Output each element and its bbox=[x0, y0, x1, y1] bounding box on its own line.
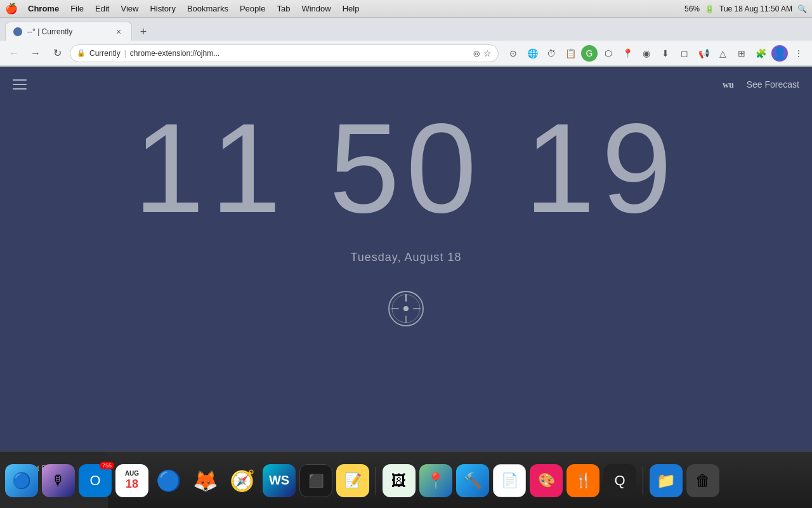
dock-area: ▼ Smart Folders ✉ 📅 👤 🔵 🎙 O 755 AUG18 🔵 bbox=[0, 451, 812, 508]
dock-finder[interactable]: 🔵 bbox=[5, 464, 38, 497]
dock-fork[interactable]: 🍴 bbox=[566, 464, 599, 497]
tab-title: --° | Currently bbox=[27, 27, 108, 36]
menubar-history[interactable]: History bbox=[145, 3, 180, 15]
chrome-menu-button[interactable]: ⋮ bbox=[790, 45, 807, 62]
profile-avatar[interactable]: 👤 bbox=[771, 45, 788, 62]
menubar-people[interactable]: People bbox=[235, 3, 270, 15]
menubar-chrome[interactable]: Chrome bbox=[23, 3, 64, 15]
toolbar-icon-6[interactable]: ⬡ bbox=[600, 45, 617, 62]
dock-terminal[interactable]: ⬛ bbox=[299, 464, 332, 497]
dock-webstorm[interactable]: WS bbox=[263, 464, 296, 497]
dock-downloads[interactable]: 📁 bbox=[650, 464, 683, 497]
toolbar-icons: ⊙ 🌐 ⏱ 📋 G ⬡ 📍 ◉ ⬇ ◻ 📢 △ ⊞ 🧩 👤 ⋮ bbox=[505, 45, 807, 62]
svg-text:wu: wu bbox=[723, 80, 734, 90]
menubar-view[interactable]: View bbox=[115, 3, 143, 15]
chrome-frame: --° | Currently × + ← → ↻ 🔒 Currently | … bbox=[0, 18, 812, 67]
wu-logo-icon: wu bbox=[723, 78, 742, 91]
clock-display: 11 50 19 bbox=[134, 105, 679, 232]
forecast-label: See Forecast bbox=[747, 79, 799, 90]
dock-icons-row: 🔵 🎙 O 755 AUG18 🔵 🦊 🧭 WS ⬛ 📝 bbox=[0, 459, 724, 502]
tab-bar: --° | Currently × + bbox=[0, 18, 812, 41]
hamburger-line-2 bbox=[13, 84, 27, 85]
dock-safari[interactable]: 🧭 bbox=[226, 464, 259, 497]
dock-siri[interactable]: 🎙 bbox=[42, 464, 75, 497]
active-tab[interactable]: --° | Currently × bbox=[5, 22, 132, 41]
toolbar-icon-7[interactable]: 📍 bbox=[619, 45, 636, 62]
svg-point-3 bbox=[403, 306, 409, 311]
dock-preview[interactable]: 🖼 bbox=[383, 464, 416, 497]
extension-icon: 🔒 bbox=[77, 49, 86, 57]
toolbar-icon-1[interactable]: ⊙ bbox=[505, 45, 521, 62]
search-icon[interactable]: 🔍 bbox=[797, 4, 807, 13]
compass-icon[interactable] bbox=[387, 290, 425, 328]
datetime-display: Tue 18 Aug 11:50 AM bbox=[719, 4, 792, 13]
dock-calendar[interactable]: AUG18 bbox=[115, 464, 148, 497]
omnibox[interactable]: 🔒 Currently | chrome-extension://ojhm...… bbox=[70, 44, 499, 62]
apple-menu[interactable]: 🍎 bbox=[5, 3, 18, 15]
toolbar-icon-5[interactable]: G bbox=[581, 45, 598, 62]
toolbar-icon-9[interactable]: ⬇ bbox=[657, 45, 674, 62]
forward-button[interactable]: → bbox=[27, 44, 44, 62]
bookmark-star-icon[interactable]: ☆ bbox=[483, 48, 492, 58]
toolbar-icon-10[interactable]: ◻ bbox=[676, 45, 693, 62]
menubar-window[interactable]: Window bbox=[296, 3, 336, 15]
location-icon: ◎ bbox=[473, 49, 480, 58]
dock-outlook[interactable]: O 755 bbox=[79, 464, 112, 497]
menubar-help[interactable]: Help bbox=[337, 3, 365, 15]
extension-content: wu See Forecast 11 50 19 Tuesday, August… bbox=[0, 67, 812, 451]
menubar-file[interactable]: File bbox=[65, 3, 89, 15]
hamburger-menu[interactable] bbox=[13, 79, 27, 90]
toolbar-icon-13[interactable]: ⊞ bbox=[733, 45, 750, 62]
menubar-right: 56% 🔋 Tue 18 Aug 11:50 AM 🔍 bbox=[684, 4, 807, 13]
menubar-bookmarks[interactable]: Bookmarks bbox=[182, 3, 233, 15]
tab-close-button[interactable]: × bbox=[114, 27, 124, 37]
toolbar-icon-4[interactable]: 📋 bbox=[562, 45, 579, 62]
extensions-button[interactable]: 🧩 bbox=[752, 45, 769, 62]
dock-firefox[interactable]: 🦊 bbox=[189, 464, 222, 497]
tab-favicon bbox=[13, 27, 22, 36]
dock-textedit[interactable]: 📄 bbox=[493, 464, 526, 497]
toolbar-icon-12[interactable]: △ bbox=[714, 45, 731, 62]
dock-colorsnapper[interactable]: 🎨 bbox=[530, 464, 563, 497]
toolbar-icon-2[interactable]: 🌐 bbox=[524, 45, 540, 62]
dock-xcode[interactable]: 🔨 bbox=[456, 464, 489, 497]
dock-stickies[interactable]: 📝 bbox=[336, 464, 369, 497]
menubar-tab[interactable]: Tab bbox=[272, 3, 295, 15]
dock-chrome[interactable]: 🔵 bbox=[152, 464, 185, 497]
dock-trash[interactable]: 🗑 bbox=[686, 464, 719, 497]
toolbar-icon-11[interactable]: 📢 bbox=[695, 45, 712, 62]
dock-separator bbox=[376, 467, 376, 495]
dock-maps[interactable]: 📍 bbox=[419, 464, 452, 497]
reload-button[interactable]: ↻ bbox=[48, 44, 66, 62]
address-bar: ← → ↻ 🔒 Currently | chrome-extension://o… bbox=[0, 41, 812, 66]
omnibox-url: chrome-extension://ojhm... bbox=[130, 49, 469, 58]
dock-separator-2 bbox=[643, 467, 643, 495]
hamburger-line-3 bbox=[13, 88, 27, 90]
dock-quicksilver[interactable]: Q bbox=[603, 464, 636, 497]
omnibox-extension-label: Currently bbox=[89, 49, 121, 58]
date-display: Tuesday, August 18 bbox=[350, 251, 461, 264]
hamburger-line-1 bbox=[13, 79, 27, 81]
new-tab-button[interactable]: + bbox=[134, 23, 152, 41]
toolbar-icon-3[interactable]: ⏱ bbox=[543, 45, 560, 62]
menubar-edit[interactable]: Edit bbox=[90, 3, 114, 15]
toolbar-icon-8[interactable]: ◉ bbox=[638, 45, 655, 62]
forecast-button[interactable]: wu See Forecast bbox=[723, 78, 799, 91]
menubar: 🍎 Chrome File Edit View History Bookmark… bbox=[0, 0, 812, 18]
back-button[interactable]: ← bbox=[5, 44, 23, 62]
battery-percentage: 56% bbox=[684, 4, 700, 13]
battery-icon: 🔋 bbox=[705, 4, 714, 13]
